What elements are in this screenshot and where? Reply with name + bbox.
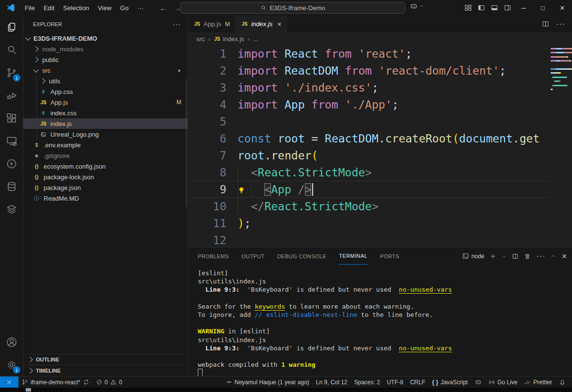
menu-file[interactable]: File xyxy=(20,4,39,12)
encoding-status[interactable]: UTF-8 xyxy=(383,376,407,388)
customize-layout-button[interactable] xyxy=(461,0,475,15)
tab-app-js[interactable]: JSApp.jsM xyxy=(188,16,236,32)
go-live-status[interactable]: Go Live xyxy=(485,376,521,388)
panel-tab-ports[interactable]: PORTS xyxy=(380,248,399,265)
code-editor[interactable]: 1import React from 'react';2import React… xyxy=(188,45,572,247)
tree-item--gitignore[interactable]: ◆.gitignore xyxy=(23,150,188,161)
code-line-8[interactable]: 8 <React.StrictMode> xyxy=(188,164,549,181)
split-terminal-button[interactable] xyxy=(512,253,519,260)
remote-indicator[interactable] xyxy=(0,376,18,388)
toggle-primary-sidebar-button[interactable] xyxy=(475,0,488,15)
git-branch-status[interactable]: iframe-demo-react* xyxy=(18,376,93,388)
menu-selection[interactable]: Selection xyxy=(59,4,93,12)
code-line-6[interactable]: 6const root = ReactDOM.createRoot(docume… xyxy=(188,130,549,147)
activity-layers[interactable] xyxy=(0,198,23,220)
prettier-status[interactable]: Prettier xyxy=(521,376,556,388)
panel-tab-debug-console[interactable]: DEBUG CONSOLE xyxy=(277,248,326,265)
section-outline[interactable]: OUTLINE xyxy=(23,354,188,365)
terminal-link[interactable]: no-unused-vars xyxy=(399,345,452,352)
terminal-link[interactable]: keywords xyxy=(254,303,285,310)
section-timeline[interactable]: TIMELINE xyxy=(23,365,188,376)
code-line-5[interactable]: 5 xyxy=(188,113,549,130)
code-line-1[interactable]: 1import React from 'react'; xyxy=(188,45,549,62)
activity-thunder-client[interactable] xyxy=(0,152,23,175)
terminal-output[interactable]: [eslint]src\utils\index.js Line 9:3: 'Bs… xyxy=(188,265,572,376)
breadcrumb-item[interactable]: JSindex.js xyxy=(214,35,244,43)
activity-source-control[interactable]: 1 xyxy=(0,61,23,84)
explorer-more-actions[interactable]: ··· xyxy=(173,20,181,28)
code-line-4[interactable]: 4import App from './App'; xyxy=(188,96,549,113)
breadcrumb-item[interactable]: ... xyxy=(253,35,258,43)
close-button[interactable]: ✕ xyxy=(553,0,572,16)
launch-profile-chevron-icon[interactable] xyxy=(502,254,507,259)
tree-root[interactable]: E3DS-IFRAME-DEMO xyxy=(23,33,188,44)
terminal-link[interactable]: no-unused-vars xyxy=(399,286,452,293)
tree-item-index-js[interactable]: JSindex.js xyxy=(23,118,188,129)
maximize-panel-button[interactable] xyxy=(551,253,556,259)
activity-search[interactable] xyxy=(0,38,23,61)
tree-item-index-css[interactable]: #index.css xyxy=(23,108,188,118)
tree-item--env-example[interactable]: $.env.example xyxy=(23,140,188,150)
toggle-panel-button[interactable] xyxy=(488,0,501,15)
breadcrumb-item[interactable]: src xyxy=(196,35,205,43)
maximize-button[interactable]: □ xyxy=(533,0,553,16)
code-line-9[interactable]: 9 <App /> xyxy=(188,181,549,198)
activity-extensions[interactable] xyxy=(0,107,23,129)
language-status[interactable]: { }JavaScript xyxy=(429,376,471,388)
panel-tab-terminal[interactable]: TERMINAL xyxy=(339,248,367,265)
forward-arrow[interactable]: → xyxy=(174,4,181,12)
code-line-7[interactable]: 7root.render( xyxy=(188,147,549,164)
activity-database[interactable] xyxy=(0,175,23,198)
panel-more-actions[interactable]: ··· xyxy=(536,252,545,261)
editor-more-actions[interactable]: ··· xyxy=(556,20,565,29)
tree-item-public[interactable]: public xyxy=(23,54,188,65)
code-line-3[interactable]: 3import './index.css'; xyxy=(188,79,549,96)
activity-run-debug[interactable] xyxy=(0,84,23,107)
notifications-bell[interactable] xyxy=(556,376,569,388)
tree-item-unreal-logo-png[interactable]: Unreal_Logo.png xyxy=(23,129,188,140)
new-terminal-button[interactable] xyxy=(490,253,496,260)
tree-item-node-modules[interactable]: node_modules xyxy=(23,44,188,54)
kill-terminal-button[interactable] xyxy=(524,253,531,260)
command-center-search[interactable]: E3DS-Iframe-Demo xyxy=(180,2,405,14)
git-blame-status[interactable]: Neyamul Haque (1 year ago) xyxy=(222,376,313,388)
menu-view[interactable]: View xyxy=(94,4,116,12)
tree-item-ecosystem-config-json[interactable]: {}ecosystem.config.json xyxy=(23,161,188,172)
split-editor-icon[interactable] xyxy=(542,20,549,28)
toggle-secondary-sidebar-button[interactable] xyxy=(501,0,514,15)
terminal-shell-selector[interactable]: node xyxy=(462,252,485,260)
copilot-status[interactable] xyxy=(471,376,485,388)
lightbulb-icon[interactable] xyxy=(237,185,246,197)
back-arrow[interactable]: ← xyxy=(159,4,167,12)
panel-tab-problems[interactable]: PROBLEMS xyxy=(198,248,229,265)
minimap[interactable] xyxy=(549,45,572,247)
tree-item-app-css[interactable]: #App.css xyxy=(23,86,188,97)
problems-status[interactable]: 00 xyxy=(93,376,126,388)
close-icon[interactable]: × xyxy=(277,20,281,28)
eol-status[interactable]: CRLF xyxy=(407,376,429,388)
code-line-10[interactable]: 10 </React.StrictMode> xyxy=(188,198,549,215)
code-line-12[interactable]: 12 xyxy=(188,232,549,247)
copilot-menu[interactable] xyxy=(410,2,424,10)
menu-[interactable]: ··· xyxy=(133,4,148,12)
menu-go[interactable]: Go xyxy=(116,4,133,12)
indentation-status[interactable]: Spaces: 2 xyxy=(351,376,383,388)
cursor-position-status[interactable]: Ln 9, Col 12 xyxy=(313,376,351,388)
code-line-2[interactable]: 2import ReactDOM from 'react-dom/client'… xyxy=(188,62,549,79)
menu-edit[interactable]: Edit xyxy=(39,4,59,12)
tree-item-utils[interactable]: utils xyxy=(23,76,188,86)
tree-item-package-lock-json[interactable]: {}package-lock.json xyxy=(23,172,188,182)
sidebar-scrollbar[interactable] xyxy=(186,78,187,207)
activity-remote-explorer[interactable] xyxy=(0,129,23,152)
activity-explorer[interactable] xyxy=(0,16,23,38)
tree-item-app-js[interactable]: JSApp.jsM xyxy=(23,97,188,108)
minimize-button[interactable]: ─ xyxy=(514,0,533,16)
tree-item-package-json[interactable]: {}package.json xyxy=(23,182,188,193)
tab-index-js[interactable]: JSindex.js× xyxy=(236,16,287,33)
tree-item-src[interactable]: src● xyxy=(23,65,188,76)
activity-accounts[interactable] xyxy=(0,330,23,353)
panel-tab-output[interactable]: OUTPUT xyxy=(241,248,265,265)
tree-item-readme-md[interactable]: ReadMe.MD xyxy=(23,193,188,204)
close-panel-button[interactable]: ✕ xyxy=(561,252,567,260)
activity-settings[interactable]: 1 xyxy=(0,353,23,376)
